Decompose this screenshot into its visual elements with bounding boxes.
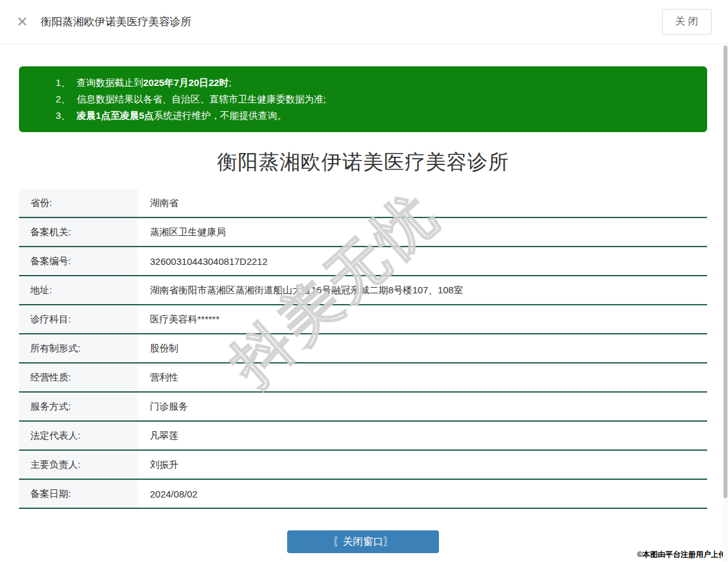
notice-text: 系统进行维护，不能提供查询。 [154, 110, 287, 121]
table-row: 主要负责人:刘振升 [19, 451, 707, 480]
row-value: 股份制 [138, 334, 707, 362]
notice-tail: ; [228, 77, 231, 88]
row-value: 2024/08/02 [138, 480, 707, 508]
row-label: 主要负责人: [19, 451, 138, 479]
row-label: 服务方式: [19, 393, 138, 420]
row-value: 医疗美容科****** [138, 305, 707, 333]
row-label: 地址: [19, 276, 138, 304]
table-row: 法定代表人:凡翠莲 [19, 422, 707, 451]
header-bar: ✕ 衡阳蒸湘欧伊诺美医疗美容诊所 关 闭 [0, 0, 728, 44]
row-label: 诊疗科目: [19, 305, 138, 333]
notice-num: 2、 [56, 94, 70, 104]
row-value: 蒸湘区卫生健康局 [138, 218, 707, 246]
clinic-title: 衡阳蒸湘欧伊诺美医疗美容诊所 [19, 149, 707, 176]
table-row: 经营性质:营利性 [19, 363, 707, 393]
table-row: 备案机关:蒸湘区卫生健康局 [19, 218, 707, 247]
row-value: 湖南省衡阳市蒸湘区蒸湘街道船山大道16号融冠亲城二期8号楼107、108室 [138, 276, 707, 304]
notice-text: 查询数据截止到 [77, 77, 143, 88]
row-label: 经营性质: [19, 363, 138, 391]
content-area: 1、查询数据截止到2025年7月20日22时; 2、信息数据结果以各省、自治区、… [0, 44, 723, 562]
close-x-icon[interactable]: ✕ [16, 15, 28, 29]
notice-text: 信息数据结果以各省、自治区、直辖市卫生健康委数据为准; [77, 94, 326, 104]
table-row: 服务方式:门诊服务 [19, 393, 707, 422]
notice-num: 3、 [56, 110, 70, 121]
attribution-text: ©本图由平台注册用户上传 [637, 549, 726, 560]
close-window-button[interactable]: 〖关闭窗口〗 [287, 530, 439, 553]
notice-bold: 2025年7月20日22时 [143, 77, 228, 88]
scrollbar-track[interactable] [723, 45, 728, 562]
row-value: 32600310443040817D2212 [138, 247, 707, 275]
query-result-page: ✕ 衡阳蒸湘欧伊诺美医疗美容诊所 关 闭 1、查询数据截止到2025年7月20日… [0, 0, 728, 562]
notice-box: 1、查询数据截止到2025年7月20日22时; 2、信息数据结果以各省、自治区、… [19, 66, 707, 132]
table-row: 备案编号:32600310443040817D2212 [19, 247, 707, 276]
row-label: 备案日期: [19, 480, 138, 508]
row-label: 备案编号: [19, 247, 138, 275]
table-row: 省份:湖南省 [19, 189, 707, 218]
notice-num: 1、 [56, 77, 70, 88]
notice-line-1: 1、查询数据截止到2025年7月20日22时; [56, 75, 694, 91]
row-label: 备案机关: [19, 218, 138, 246]
row-value: 营利性 [138, 363, 707, 391]
table-row: 所有制形式:股份制 [19, 334, 707, 363]
notice-line-2: 2、信息数据结果以各省、自治区、直辖市卫生健康委数据为准; [56, 91, 694, 107]
row-label: 省份: [19, 189, 138, 217]
row-label: 法定代表人: [19, 422, 138, 449]
button-row: 〖关闭窗口〗 [19, 530, 707, 553]
row-label: 所有制形式: [19, 334, 138, 362]
row-value: 刘振升 [138, 451, 707, 479]
header-close-button[interactable]: 关 闭 [662, 9, 712, 35]
table-row: 地址:湖南省衡阳市蒸湘区蒸湘街道船山大道16号融冠亲城二期8号楼107、108室 [19, 276, 707, 305]
table-row: 备案日期:2024/08/02 [19, 480, 707, 509]
info-table: 省份:湖南省备案机关:蒸湘区卫生健康局备案编号:3260031044304081… [19, 189, 707, 509]
row-value: 门诊服务 [138, 393, 707, 420]
scrollbar-thumb[interactable] [724, 46, 727, 498]
header-title: 衡阳蒸湘欧伊诺美医疗美容诊所 [40, 15, 191, 29]
notice-line-3: 3、凌晨1点至凌晨5点系统进行维护，不能提供查询。 [56, 107, 694, 124]
row-value: 湖南省 [138, 189, 707, 217]
table-row: 诊疗科目:医疗美容科****** [19, 305, 707, 334]
notice-bold: 凌晨1点至凌晨5点 [77, 110, 154, 121]
row-value: 凡翠莲 [138, 422, 707, 449]
